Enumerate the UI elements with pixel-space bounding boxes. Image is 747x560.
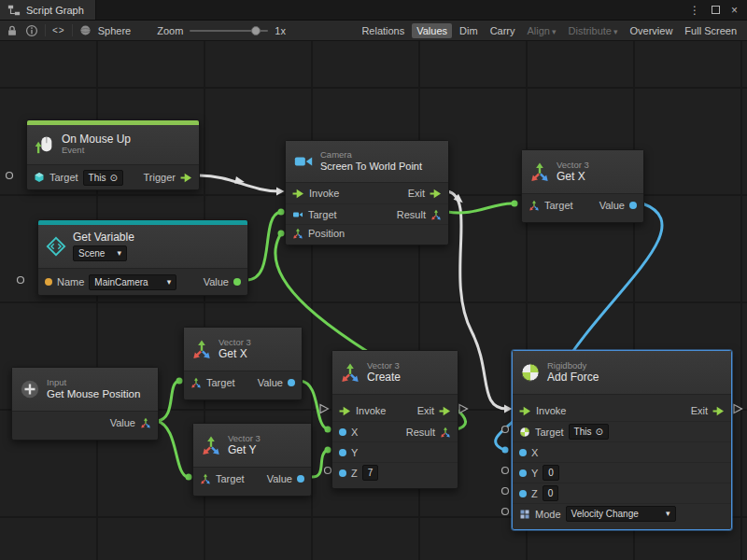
node-add-force[interactable]: Rigidbody Add Force Invoke Exit Target T… [512, 350, 732, 530]
graph-toolbar: <> Sphere Zoom 1x Relations Values Dim C… [0, 21, 747, 41]
node-get-x-top[interactable]: Vector 3 Get X Target Value [521, 149, 644, 223]
enum-type-icon[interactable] [519, 509, 530, 520]
node-screen-to-world-point[interactable]: Camera Screen To World Point Invoke Exit… [285, 140, 449, 245]
vector3-icon [529, 161, 550, 182]
vector3-type-icon[interactable] [430, 209, 442, 220]
x-port-label: X [351, 427, 358, 438]
lock-icon[interactable] [6, 24, 19, 37]
result-port-label: Result [397, 209, 426, 220]
window-close-button[interactable]: × [731, 4, 738, 17]
node-type: Vector 3 [218, 338, 251, 348]
graph-object-icon [79, 24, 92, 36]
node-get-variable[interactable]: Get Variable Scene ▾ Name MainCamera ▾ V… [37, 219, 248, 296]
node-title: Add Force [547, 371, 599, 385]
value-port[interactable] [297, 475, 304, 483]
object-picker-icon[interactable]: ⊙ [595, 426, 602, 438]
zoom-label: Zoom [157, 25, 183, 36]
z-port[interactable] [339, 469, 346, 477]
x-port-label: X [531, 447, 538, 458]
camera-icon [293, 151, 314, 172]
y-port-label: Y [531, 468, 538, 479]
relations-button[interactable]: Relations [357, 23, 409, 38]
value-port-label: Value [110, 417, 135, 428]
vector3-type-icon[interactable] [292, 228, 303, 239]
overview-button[interactable]: Overview [626, 23, 678, 38]
node-subtitle: Event [62, 146, 131, 156]
trigger-flow-port[interactable] [180, 173, 192, 183]
zoom-slider[interactable] [190, 30, 268, 32]
y-value-field[interactable]: 0 [543, 465, 559, 481]
value-port-label: Value [204, 276, 229, 287]
dim-button[interactable]: Dim [455, 23, 483, 38]
name-port[interactable] [45, 278, 52, 286]
y-port-label: Y [351, 447, 358, 458]
variable-name-dropdown[interactable]: MainCamera ▾ [89, 274, 176, 290]
exit-flow-port[interactable] [430, 189, 442, 199]
values-button[interactable]: Values [412, 23, 452, 38]
exit-flow-port[interactable] [439, 406, 451, 416]
x-port[interactable] [519, 449, 527, 456]
z-value-field[interactable]: 7 [362, 465, 379, 481]
rigidbody-type-icon[interactable] [519, 427, 530, 438]
target-object-field[interactable]: This ⊙ [569, 424, 609, 440]
invoke-flow-port[interactable] [292, 189, 304, 199]
vector3-type-icon[interactable] [200, 473, 211, 484]
invoke-label: Invoke [536, 405, 566, 416]
target-port-label: Target [535, 427, 564, 438]
zoom-slider-handle[interactable] [251, 26, 261, 35]
distribute-button[interactable]: Distribute▾ [564, 23, 623, 38]
value-port[interactable] [629, 202, 637, 209]
target-object-field[interactable]: This ⊙ [83, 170, 123, 186]
zoom-value: 1x [275, 25, 286, 36]
invoke-flow-port[interactable] [519, 406, 531, 416]
y-port[interactable] [519, 469, 527, 477]
exit-label: Exit [417, 405, 434, 416]
exit-flow-port[interactable] [712, 406, 725, 416]
node-type: Camera [320, 150, 422, 161]
node-title: Screen To World Point [320, 161, 422, 173]
target-port-label: Target [216, 473, 245, 484]
variable-scope-dropdown[interactable]: Scene ▾ [73, 245, 127, 261]
object-picker-icon[interactable]: ⊙ [109, 172, 117, 184]
tab-label: Script Graph [26, 5, 84, 16]
gameobject-icon[interactable] [34, 172, 45, 183]
x-port[interactable] [339, 428, 346, 436]
y-port[interactable] [339, 449, 346, 456]
trigger-port-label: Trigger [144, 172, 176, 183]
chevron-down-icon: ▾ [167, 276, 172, 288]
align-button[interactable]: Align▾ [523, 23, 561, 38]
node-get-mouse-position[interactable]: Input Get Mouse Position Value [11, 367, 159, 441]
node-type: Vector 3 [367, 361, 401, 371]
mode-dropdown[interactable]: Velocity Change ▾ [566, 506, 676, 522]
value-port[interactable] [233, 278, 241, 286]
code-view-icon[interactable]: <> [52, 25, 65, 35]
window-menu-button[interactable]: ⋮ [689, 4, 700, 17]
z-value-field[interactable]: 0 [543, 485, 559, 501]
node-title: On Mouse Up [62, 133, 131, 147]
vector3-type-icon[interactable] [190, 377, 202, 388]
scope-value: Scene [78, 247, 105, 259]
carry-button[interactable]: Carry [486, 23, 520, 38]
node-on-mouse-up[interactable]: On Mouse Up Event Target This ⊙ Trigger [26, 119, 200, 190]
input-icon [20, 379, 40, 399]
info-icon[interactable] [25, 24, 38, 37]
value-port[interactable] [288, 379, 295, 386]
tab-script-graph[interactable]: Script Graph [0, 0, 96, 20]
window-maximize-button[interactable] [712, 6, 720, 14]
camera-type-icon[interactable] [292, 209, 303, 220]
node-get-x[interactable]: Vector 3 Get X Target Value [183, 327, 303, 400]
node-get-y[interactable]: Vector 3 Get Y Target Value [192, 423, 312, 497]
vector3-icon [340, 362, 360, 383]
toolbar-separator [72, 24, 73, 36]
fullscreen-button[interactable]: Full Screen [680, 23, 741, 38]
invoke-flow-port[interactable] [339, 406, 351, 416]
chevron-down-icon: ▾ [117, 247, 121, 259]
chevron-down-icon: ▾ [666, 508, 670, 520]
node-create[interactable]: Vector 3 Create Invoke Exit X Result Y Z… [331, 350, 458, 489]
vector3-type-icon[interactable] [140, 417, 151, 428]
vector3-type-icon[interactable] [440, 427, 451, 438]
variable-icon [46, 236, 66, 257]
result-port-label: Result [406, 427, 435, 438]
vector3-type-icon[interactable] [529, 200, 540, 211]
z-port[interactable] [519, 490, 527, 497]
